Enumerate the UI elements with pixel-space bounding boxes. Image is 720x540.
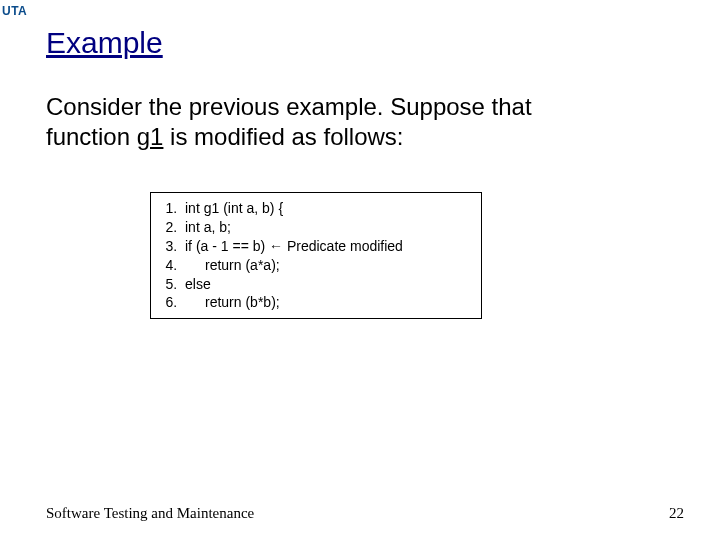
code-line-5: else xyxy=(181,275,471,294)
code-line-3: if (a - 1 == b) ← Predicate modified xyxy=(181,237,471,256)
code-text-3-pre: if (a - 1 == b) xyxy=(185,238,269,254)
code-line-2: int a, b; xyxy=(181,218,471,237)
page-number: 22 xyxy=(669,505,684,522)
code-line-6: return (b*b); xyxy=(181,293,471,312)
arrow-icon: ← xyxy=(269,238,283,254)
code-listing: int g1 (int a, b) { int a, b; if (a - 1 … xyxy=(150,192,482,319)
code-text-3-post: Predicate modified xyxy=(283,238,403,254)
code-text-5: else xyxy=(185,276,211,292)
body-line2a: function xyxy=(46,123,137,150)
code-line-4: return (a*a); xyxy=(181,256,471,275)
function-name: g1 xyxy=(137,123,164,150)
body-paragraph: Consider the previous example. Suppose t… xyxy=(46,92,660,152)
body-line2b: is modified as follows: xyxy=(163,123,403,150)
slide-title: Example xyxy=(46,26,163,60)
uta-logo: UTA xyxy=(2,4,27,18)
body-line1: Consider the previous example. Suppose t… xyxy=(46,93,532,120)
code-text-6: return (b*b); xyxy=(205,294,280,310)
code-line-1: int g1 (int a, b) { xyxy=(181,199,471,218)
code-text-1: int g1 (int a, b) { xyxy=(185,200,283,216)
code-text-4: return (a*a); xyxy=(205,257,280,273)
footer-title: Software Testing and Maintenance xyxy=(46,505,254,522)
code-text-2: int a, b; xyxy=(185,219,231,235)
